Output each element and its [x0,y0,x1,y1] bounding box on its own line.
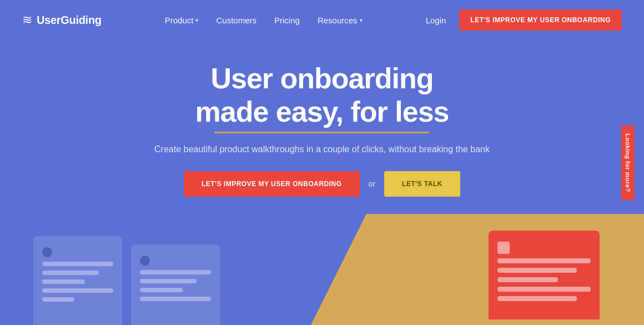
hero-buttons: LET'S IMPROVE MY USER ONBOARDING or LET'… [184,171,460,197]
nav-customers-link[interactable]: Customers [216,16,256,25]
login-link[interactable]: Login [426,16,446,25]
card-icon-row [497,242,591,254]
or-text: or [369,179,375,188]
chevron-down-icon: ▾ [195,17,198,23]
illustration-card-2 [131,244,220,325]
nav-item-customers[interactable]: Customers [216,16,256,25]
card-line [42,271,99,275]
nav-item-resources[interactable]: Resources ▾ [318,16,363,25]
nav-product-link[interactable]: Product ▾ [165,16,199,25]
card-icon [497,242,510,254]
nav-links: Product ▾ Customers Pricing Resources ▾ [165,16,363,25]
card-line [140,288,183,292]
card-line [497,277,558,282]
card-line [497,287,591,292]
left-illustration-cards [0,236,355,325]
card-line [42,297,74,302]
card-line [140,279,197,283]
card-line [42,262,113,266]
card-dot [140,256,150,266]
nav-right: Login LET'S IMPROVE MY USER ONBOARDING [426,9,622,31]
hero-cta-primary-button[interactable]: LET'S IMPROVE MY USER ONBOARDING [184,171,360,197]
card-line [42,288,113,293]
nav-item-product[interactable]: Product ▾ [165,16,199,25]
nav-resources-link[interactable]: Resources ▾ [318,16,363,25]
chevron-down-icon: ▾ [360,17,363,23]
card-line [497,296,577,301]
card-line [140,270,211,274]
side-tab[interactable]: Looking for more? [621,126,635,200]
nav-item-pricing[interactable]: Pricing [274,16,300,25]
nav-cta-button[interactable]: LET'S IMPROVE MY USER ONBOARDING [459,9,622,31]
navbar: ≋ UserGuiding Product ▾ Customers Pricin… [0,0,644,40]
card-dot [42,247,52,257]
hero-subtitle: Create beautiful product walkthroughs in… [154,144,490,154]
hero-title-underline: made easy, for less [195,96,449,129]
logo-icon: ≋ [22,13,32,27]
right-illustration-area [355,214,644,325]
card-line [42,279,85,284]
logo-text: UserGuiding [37,14,102,27]
illustration-card-red [489,231,600,319]
card-line [497,258,591,263]
hero-section: User onboarding made easy, for less Crea… [0,40,644,325]
hero-cta-secondary-button[interactable]: LET'S TALK [384,171,460,197]
card-line [497,268,577,273]
nav-pricing-link[interactable]: Pricing [274,16,300,25]
illustration-area [0,214,644,325]
illustration-card-1 [33,236,122,325]
hero-title: User onboarding made easy, for less [195,62,449,129]
logo-link[interactable]: ≋ UserGuiding [22,13,102,27]
card-line [140,297,211,301]
